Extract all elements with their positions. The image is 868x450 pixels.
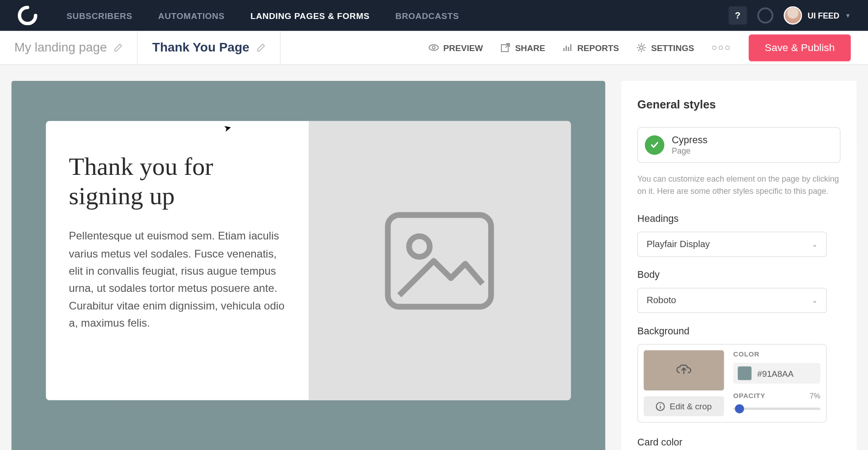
svg-point-1 — [432, 46, 435, 49]
sidebar-panel: General styles Cypress Page You can cust… — [621, 81, 856, 450]
help-icon[interactable]: ? — [728, 6, 747, 25]
user-menu[interactable]: UI FEED ▼ — [783, 6, 851, 25]
card-image-placeholder[interactable] — [308, 121, 571, 400]
landing-card[interactable]: Thank you for signing up Pellentesque ut… — [46, 121, 571, 400]
card-heading[interactable]: Thank you for signing up — [69, 153, 285, 211]
share-icon — [500, 42, 510, 53]
cloud-upload-icon — [676, 365, 691, 376]
reports-label: REPORTS — [577, 43, 619, 53]
template-subtitle: Page — [672, 146, 708, 155]
opacity-slider[interactable] — [733, 408, 821, 410]
nav-right: ? UI FEED ▼ — [728, 6, 850, 25]
headings-label: Headings — [637, 213, 840, 225]
color-picker[interactable]: #91A8AA — [733, 363, 821, 384]
top-nav: SUBSCRIBERS AUTOMATIONS LANDING PAGES & … — [0, 0, 868, 31]
tab-my-landing-page[interactable]: My landing page — [0, 31, 138, 65]
template-name: Cypress — [672, 135, 708, 146]
check-icon — [645, 135, 664, 155]
sub-header: My landing page Thank You Page PREVIEW S… — [0, 31, 868, 65]
info-icon — [656, 402, 665, 411]
settings-button[interactable]: SETTINGS — [636, 42, 694, 53]
logo-icon[interactable] — [17, 5, 38, 26]
preview-button[interactable]: PREVIEW — [429, 42, 483, 53]
more-icon[interactable]: ○○○ — [711, 42, 731, 53]
svg-point-3 — [640, 46, 643, 50]
tab-thank-you-page[interactable]: Thank You Page — [138, 31, 280, 65]
avatar — [783, 6, 802, 25]
card-color-label: Card color — [637, 437, 840, 448]
nav-left: SUBSCRIBERS AUTOMATIONS LANDING PAGES & … — [17, 5, 459, 26]
page-tabs: My landing page Thank You Page — [0, 31, 280, 65]
save-publish-button[interactable]: Save & Publish — [749, 34, 851, 61]
color-swatch — [738, 366, 751, 380]
edit-crop-label: Edit & crop — [670, 401, 712, 411]
template-selector[interactable]: Cypress Page — [637, 127, 840, 163]
opacity-value: 7% — [810, 392, 821, 404]
bg-image-upload[interactable] — [644, 350, 724, 390]
background-label: Background — [637, 326, 840, 337]
canvas-area[interactable]: ➤ Thank you for signing up Pellentesque … — [11, 81, 605, 450]
svg-point-0 — [429, 45, 438, 51]
card-body-text[interactable]: Pellentesque ut euismod sem. Etiam iacul… — [69, 228, 285, 332]
headings-value: Playfair Display — [646, 239, 710, 249]
share-label: SHARE — [515, 43, 545, 53]
main-content: ➤ Thank you for signing up Pellentesque … — [0, 65, 868, 450]
tab-label: Thank You Page — [152, 40, 250, 55]
slider-thumb[interactable] — [735, 404, 744, 413]
edit-crop-button[interactable]: Edit & crop — [644, 396, 724, 416]
chart-icon — [562, 42, 573, 53]
preview-label: PREVIEW — [443, 43, 483, 53]
body-value: Roboto — [646, 295, 676, 306]
nav-automations[interactable]: AUTOMATIONS — [158, 10, 225, 20]
image-placeholder-icon — [377, 203, 503, 318]
nav-links: SUBSCRIBERS AUTOMATIONS LANDING PAGES & … — [66, 10, 459, 20]
sidebar-title: General styles — [637, 98, 840, 111]
nav-landing-pages[interactable]: LANDING PAGES & FORMS — [250, 10, 370, 20]
opacity-mini-label: OPACITY — [733, 392, 765, 400]
share-button[interactable]: SHARE — [500, 42, 545, 53]
chevron-down-icon: ⌄ — [812, 240, 818, 248]
settings-label: SETTINGS — [651, 43, 694, 53]
body-select[interactable]: Roboto ⌄ — [637, 288, 827, 313]
card-text-column: Thank you for signing up Pellentesque ut… — [46, 121, 309, 400]
tab-label: My landing page — [14, 40, 107, 55]
pencil-icon[interactable] — [114, 43, 123, 52]
color-mini-label: COLOR — [733, 350, 821, 358]
pencil-icon[interactable] — [256, 43, 265, 52]
nav-broadcasts[interactable]: BROADCASTS — [396, 10, 459, 20]
username-label: UI FEED — [808, 11, 840, 20]
status-circle-icon — [757, 7, 774, 23]
sub-actions: PREVIEW SHARE REPORTS SETTINGS ○○○ Save … — [429, 34, 851, 61]
help-text: You can customize each element on the pa… — [637, 173, 840, 197]
chevron-down-icon: ▼ — [845, 12, 851, 19]
chevron-down-icon: ⌄ — [812, 296, 818, 305]
gear-icon — [636, 42, 646, 53]
nav-subscribers[interactable]: SUBSCRIBERS — [66, 10, 132, 20]
headings-select[interactable]: Playfair Display ⌄ — [637, 232, 827, 257]
color-hex-value: #91A8AA — [757, 368, 793, 378]
reports-button[interactable]: REPORTS — [562, 42, 619, 53]
eye-icon — [429, 42, 439, 53]
svg-point-5 — [409, 236, 430, 257]
body-label: Body — [637, 269, 840, 281]
background-section: Edit & crop COLOR #91A8AA OPACITY 7% — [637, 344, 827, 422]
